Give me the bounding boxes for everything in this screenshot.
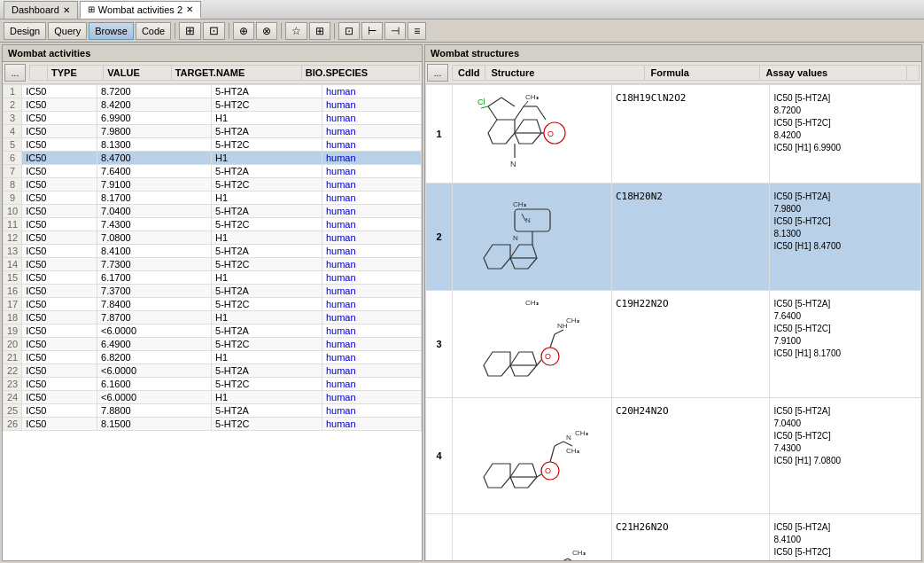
table-row[interactable]: 5 IC50 8.1300 5-HT2C human [4,138,422,152]
wombat-tab-close[interactable]: ✕ [186,4,193,14]
table-row[interactable]: 14 IC50 7.7300 5-HT2C human [4,258,422,271]
table-row[interactable]: 4 IC50 7.9800 5-HT2A human [4,125,422,138]
svg-line-57 [568,559,577,560]
col-scroll-placeholder [907,66,920,81]
table-row[interactable]: 18 IC50 7.8700 H1 human [4,311,422,325]
table-row[interactable]: 20 IC50 6.4900 5-HT2C human [4,338,422,351]
design-button[interactable]: Design [4,22,46,40]
assay-values-cell: IC50 [5-HT2A]7.0400IC50 [5-HT2C]7.4300IC… [770,398,921,514]
icon-btn-4[interactable]: ⊗ [256,22,277,40]
formula-cell: C18H19ClN2O2 [612,85,770,184]
target-cell: H1 [212,231,322,245]
tab-dashboard[interactable]: Dashboard ✕ [4,1,78,19]
icon-btn-6[interactable]: ⊞ [309,22,330,40]
svg-text:CH₃: CH₃ [525,93,539,101]
value-cell: 8.7200 [97,85,212,98]
struct-row[interactable]: 4 O N CH₃ CH₃ C20H24N2O IC50 [5-HT2A]7.0… [426,398,921,514]
svg-text:CH₃: CH₃ [566,447,579,455]
table-row[interactable]: 7 IC50 7.6400 5-HT2A human [4,165,422,178]
assay-values-cell: IC50 [5-HT2A]7.6400IC50 [5-HT2C]7.9100IC… [770,291,921,398]
table-row[interactable]: 24 IC50 <6.0000 H1 human [4,391,422,404]
cdid-cell: 3 [426,291,453,398]
query-button[interactable]: Query [48,22,87,40]
icon-btn-2[interactable]: ⊡ [203,22,225,40]
icon-btn-7[interactable]: ⊡ [338,22,360,40]
left-scroll-area[interactable]: 1 IC50 8.7200 5-HT2A human 2 IC50 8.4200… [3,84,422,560]
dashboard-tab-close[interactable]: ✕ [63,5,70,15]
svg-text:O: O [547,129,554,138]
svg-text:O: O [545,466,551,475]
icon-btn-8[interactable]: ⊢ [361,22,383,40]
value-cell: 7.8400 [97,298,212,311]
struct-row[interactable]: 5 O CH₃ NH C21H26N2O IC50 [5-HT2A]8.4100… [426,514,921,561]
table-row[interactable]: 16 IC50 7.3700 5-HT2A human [4,285,422,298]
table-row[interactable]: 10 IC50 7.0400 5-HT2A human [4,205,422,218]
row-number: 13 [4,245,22,258]
svg-line-44 [555,442,563,446]
svg-line-45 [563,442,572,446]
cdid-cell: 5 [426,514,453,561]
row-number: 25 [4,404,22,418]
table-row[interactable]: 11 IC50 7.4300 5-HT2C human [4,218,422,231]
right-scroll-area[interactable]: 1 O N Cl CH₃ C18H19ClN2O2 IC50 [5-HT2A [425,84,921,560]
table-row[interactable]: 22 IC50 <6.0000 5-HT2A human [4,364,422,378]
table-row[interactable]: 21 IC50 6.8200 H1 human [4,351,422,364]
table-row[interactable]: 15 IC50 6.1700 H1 human [4,271,422,285]
species-cell: human [322,178,421,192]
row-number: 10 [4,205,22,218]
struct-row[interactable]: 2 CH₃ N N C18H20N2 IC50 [5-HT2A]7.9800IC… [426,184,921,291]
table-row[interactable]: 1 IC50 8.7200 5-HT2A human [4,85,422,98]
icon-btn-10[interactable]: ≡ [408,22,426,40]
table-row[interactable]: 26 IC50 8.1500 5-HT2C human [4,418,422,431]
row-number: 5 [4,138,22,152]
svg-line-3 [515,106,524,120]
assay-values-cell: IC50 [5-HT2A]8.4100IC50 [5-HT2C]7.7300IC… [770,514,921,561]
struct-row[interactable]: 1 O N Cl CH₃ C18H19ClN2O2 IC50 [5-HT2A [426,85,921,184]
target-cell: 5-HT2A [212,125,322,138]
table-row[interactable]: 9 IC50 8.1700 H1 human [4,192,422,205]
table-row[interactable]: 6 IC50 8.4700 H1 human [4,152,422,165]
svg-line-33 [555,330,563,334]
value-cell: <6.0000 [97,391,212,404]
type-cell: IC50 [22,378,97,391]
icon-btn-3[interactable]: ⊕ [233,22,254,40]
icon-btn-9[interactable]: ⊣ [384,22,406,40]
svg-line-17 [524,101,528,106]
table-row[interactable]: 2 IC50 8.4200 5-HT2C human [4,98,422,112]
icon-btn-1[interactable]: ⊞ [179,22,201,40]
table-row[interactable]: 25 IC50 7.8800 5-HT2A human [4,404,422,418]
table-row[interactable]: 12 IC50 7.0800 H1 human [4,231,422,245]
svg-text:N: N [510,160,516,168]
code-button[interactable]: Code [136,22,171,40]
species-cell: human [322,218,421,231]
target-cell: 5-HT2C [212,378,322,391]
type-cell: IC50 [22,85,97,98]
type-cell: IC50 [22,165,97,178]
table-row[interactable]: 3 IC50 6.9900 H1 human [4,112,422,125]
row-number: 24 [4,391,22,404]
target-cell: 5-HT2C [212,418,322,431]
struct-row[interactable]: 3 O NH CH₃ CH₃ C19H22N2O IC50 [5-HT2A]7.… [426,291,921,398]
table-row[interactable]: 23 IC50 6.1600 5-HT2C human [4,378,422,391]
col-value: VALUE [104,66,171,81]
table-row[interactable]: 8 IC50 7.9100 5-HT2C human [4,178,422,192]
species-cell: human [322,338,421,351]
svg-line-31 [537,360,541,365]
table-row[interactable]: 17 IC50 7.8400 5-HT2C human [4,298,422,311]
left-menu-button[interactable]: ... [4,64,26,82]
right-menu-button[interactable]: ... [427,64,448,82]
svg-marker-39 [484,464,510,488]
table-row[interactable]: 13 IC50 8.4100 5-HT2A human [4,245,422,258]
species-cell: human [322,404,421,418]
table-row[interactable]: 19 IC50 <6.0000 5-HT2A human [4,325,422,338]
species-cell: human [322,192,421,205]
row-number: 16 [4,285,22,298]
species-cell: human [322,98,421,112]
target-cell: 5-HT2A [212,285,322,298]
tab-wombat-activities[interactable]: ⊞ Wombat activities 2 ✕ [80,1,201,19]
right-panel: Wombat structures ... CdId Structure For… [424,44,922,561]
browse-button[interactable]: Browse [89,22,134,40]
species-cell: human [322,165,421,178]
type-cell: IC50 [22,325,97,338]
icon-btn-5[interactable]: ☆ [285,22,307,40]
